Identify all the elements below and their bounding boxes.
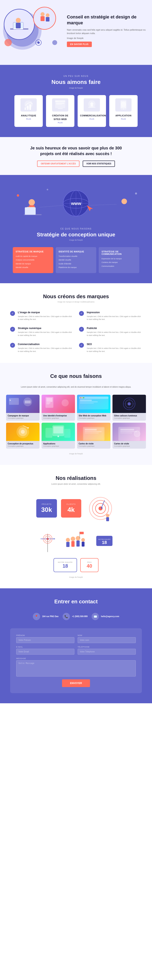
svg-point-16	[37, 41, 40, 44]
realisations-title: Nos réalisations	[8, 475, 144, 481]
strategy-card-1[interactable]: IDENTITÉ DE MARQUE Transformation visuel…	[56, 247, 96, 273]
portfolio-info-1: Une identité d'entreprise Conception gra…	[41, 413, 75, 421]
email-input[interactable]	[16, 649, 74, 655]
portfolio-title-4: Conception de prospectus	[8, 442, 38, 445]
portfolio-item-5[interactable]: Applications Conception graphique	[41, 423, 75, 449]
portfolio-item-3[interactable]: Gites calisses lumineux Conception graph…	[112, 395, 146, 421]
form-label-telephone: Téléphone	[78, 646, 136, 648]
svg-rect-19	[27, 106, 28, 110]
strategy-card-2[interactable]: STRATÉGIE DE COMMUNICATION Expression de…	[99, 247, 139, 273]
stats-banner: Je suis heureux de vous savoir que plus …	[0, 137, 152, 175]
service-plus-2[interactable]: PLUS	[80, 118, 104, 120]
service-card-analytique[interactable]: ANALYTIQUE PLUS	[14, 95, 43, 127]
portfolio-title-7: Cartes de visite	[114, 442, 144, 445]
stats-row-2: NOTRE EQUIPE 18 PRIX 40	[8, 558, 144, 572]
service-plus-1[interactable]: PLUS	[48, 122, 72, 124]
target-illustration	[86, 493, 116, 523]
hero-section: Conseil en stratégie et design de marque…	[0, 0, 152, 65]
svg-rect-88	[64, 429, 71, 438]
strategy-card-title-2: STRATÉGIE DE COMMUNICATION	[101, 250, 136, 255]
service-card-sites[interactable]: CRÉATION DE SITES WEB PLUS	[46, 95, 74, 127]
svg-rect-62	[46, 402, 50, 403]
svg-rect-63	[46, 404, 49, 404]
hero-content: Conseil en stratégie et design de marque…	[67, 8, 146, 47]
portfolio-item-7[interactable]: Cartes de visite Conception graphique	[112, 423, 146, 449]
svg-rect-85	[53, 426, 63, 433]
portfolio-item-2[interactable]: Site Web de conception Web Conception gr…	[77, 395, 111, 421]
strategy-card-0[interactable]: STRATÉGIE DE MARQUE Audit du capital de …	[13, 247, 53, 273]
contact-address: 📍 164 rue PNG Dan	[33, 613, 59, 620]
service-img-analytique	[21, 98, 37, 111]
stats-btn-access[interactable]: obtenir gratuitement l'accès	[37, 161, 79, 167]
contact-form: Prénom Nom E-mail Téléphone Message	[10, 628, 142, 693]
realisations-section: Nos réalisations Lorem ipsum dolor sit a…	[0, 465, 152, 588]
portfolio-item-0[interactable]: b Campagne de marque Conception graphiqu…	[6, 395, 40, 421]
portfolio-item-4[interactable]: Conception de prospectus Conception grap…	[6, 423, 40, 449]
whatwedo-section: Ce que nous faisons Lorem ipsum dolor si…	[0, 363, 152, 465]
portfolio-item-6[interactable]: Cartes de visite Conception graphique	[77, 423, 111, 449]
strategy-cards: STRATÉGIE DE MARQUE Audit du capital de …	[8, 247, 144, 273]
portfolio-item-1[interactable]: Une identité d'entreprise Conception gra…	[41, 395, 75, 421]
people-illustration: NOTRE EQUIPE 18	[8, 528, 144, 554]
prenom-input[interactable]	[16, 637, 74, 643]
svg-line-52	[89, 204, 116, 205]
portfolio-title-0: Campagne de marque	[8, 415, 38, 417]
portfolio-info-4: Conception de prospectus Conception grap…	[6, 441, 40, 449]
service-img-sites	[52, 98, 68, 111]
svg-rect-29	[88, 107, 95, 108]
service-label-0: ANALYTIQUE	[21, 115, 36, 117]
svg-marker-112	[54, 538, 55, 539]
about-title: Nous aimons faire	[8, 79, 144, 85]
brand-title-2: Stratégie numérique	[18, 327, 73, 329]
svg-rect-96	[120, 431, 137, 432]
svg-rect-116	[71, 541, 74, 547]
svg-rect-97	[120, 433, 132, 433]
service-card-app[interactable]: APPLICATION PLUS	[109, 95, 138, 127]
svg-point-86	[57, 436, 59, 437]
form-field-message: Message	[16, 657, 136, 676]
svg-point-53	[17, 194, 19, 197]
portfolio-info-5: Applications Conception graphique	[41, 441, 75, 449]
service-card-commercial[interactable]: COMMERCIALISATION PLUS	[78, 95, 106, 127]
brand-title-5: SEO	[87, 343, 142, 346]
brand-check-icon-3: ✓	[79, 327, 84, 332]
service-plus-0[interactable]: PLUS	[17, 118, 40, 120]
svg-point-14	[52, 40, 57, 45]
brand-check-icon-5: ✓	[79, 343, 84, 348]
hero-cta-button[interactable]: EN SAVOIR PLUS	[67, 41, 92, 47]
location-icon: 📍	[33, 613, 40, 620]
submit-button[interactable]: ENVOYER	[62, 679, 90, 687]
svg-point-83	[28, 427, 29, 429]
services-grid: ANALYTIQUE PLUS CRÉATION DE SITES WEB PL…	[8, 95, 144, 127]
svg-point-64	[62, 399, 69, 406]
brand-item-3: ✓ Publicité Sample text. Click to select…	[79, 327, 142, 337]
service-plus-3[interactable]: PLUS	[112, 118, 135, 120]
svg-point-67	[80, 397, 81, 398]
nom-input[interactable]	[78, 637, 136, 643]
svg-rect-71	[80, 401, 98, 402]
message-textarea[interactable]	[16, 660, 136, 676]
svg-point-55	[47, 189, 48, 190]
svg-rect-25	[56, 103, 64, 103]
portfolio-tag-6: Conception graphique	[79, 445, 109, 447]
svg-rect-87	[45, 428, 52, 438]
form-label-nom: Nom	[78, 634, 136, 636]
svg-rect-50	[122, 204, 127, 211]
svg-point-81	[21, 430, 25, 434]
portfolio-tag-3: Conception graphique	[114, 417, 144, 419]
brands-section: Nous créons des marques Image de marque …	[0, 283, 152, 363]
brand-desc-0: Sample text. Click to select the text bo…	[18, 315, 73, 321]
brand-desc-2: Sample text. Click to select the text bo…	[18, 331, 73, 337]
portfolio-tag-4: Conception graphique	[8, 445, 38, 447]
svg-rect-118	[76, 541, 80, 547]
portfolio-thumb-1	[41, 395, 75, 413]
portfolio-title-5: Applications	[43, 442, 73, 445]
telephone-input[interactable]	[78, 649, 136, 655]
form-label-email: E-mail	[16, 646, 74, 648]
about-eyebrow: UN PEU SUR NOUS	[8, 75, 144, 77]
svg-point-6	[16, 18, 21, 23]
brand-desc-5: Sample text. Click to select the text bo…	[87, 347, 142, 353]
strategy-section: www CE QUE NOUS FAISONS Stratégie de con…	[0, 175, 152, 283]
stats-btn-stats[interactable]: voir nos statistiques	[83, 161, 115, 167]
stat-equipe-value: 18	[58, 563, 73, 569]
